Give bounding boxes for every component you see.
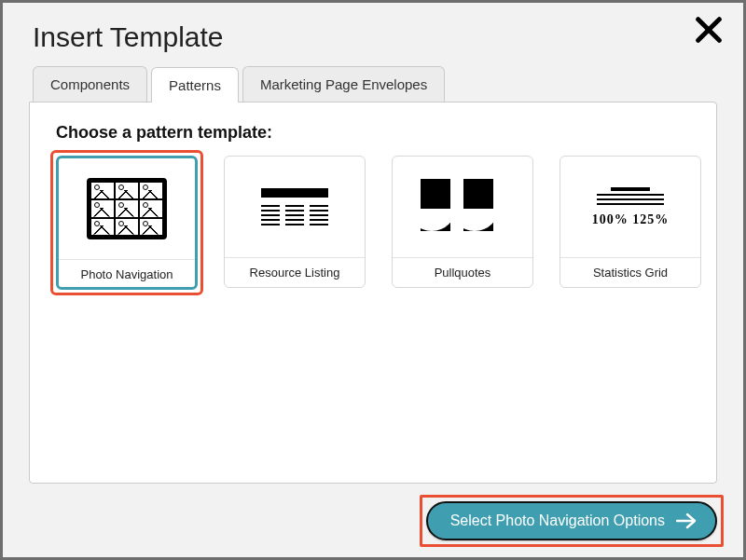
statistics-sample-values: 100% 125% bbox=[587, 212, 675, 227]
pattern-card-statistics-grid[interactable]: 100% 125% Statistics Grid bbox=[560, 156, 701, 288]
tab-bar: Components Patterns Marketing Page Envel… bbox=[33, 66, 717, 102]
pattern-card-resource-listing[interactable]: Resource Listing bbox=[224, 156, 366, 288]
tab-marketing-envelopes[interactable]: Marketing Page Envelopes bbox=[242, 66, 445, 102]
statistics-grid-icon: 100% 125% bbox=[560, 157, 700, 257]
tab-components[interactable]: Components bbox=[33, 66, 147, 102]
pattern-card-photo-navigation[interactable]: Photo Navigation bbox=[56, 156, 198, 290]
pattern-grid: Photo Navigation bbox=[56, 156, 690, 290]
dialog-title: Insert Template bbox=[33, 21, 717, 53]
close-button[interactable] bbox=[693, 14, 725, 46]
resource-listing-icon bbox=[225, 157, 365, 257]
panel-heading: Choose a pattern template: bbox=[56, 123, 690, 143]
pattern-card-pullquotes[interactable]: Pullquotes bbox=[392, 156, 533, 288]
insert-template-dialog: Insert Template Components Patterns Mark… bbox=[3, 3, 743, 557]
select-options-label: Select Photo Navigation Options bbox=[450, 512, 665, 529]
pattern-card-label: Photo Navigation bbox=[59, 259, 195, 287]
pattern-card-label: Resource Listing bbox=[225, 257, 365, 287]
pattern-pullquotes-wrap: Pullquotes bbox=[392, 156, 533, 290]
pattern-photo-navigation-wrap: Photo Navigation bbox=[56, 156, 198, 290]
pattern-statistics-grid-wrap: 100% 125% Statistics Grid bbox=[560, 156, 701, 290]
pattern-card-label: Statistics Grid bbox=[560, 257, 700, 287]
pattern-resource-listing-wrap: Resource Listing bbox=[224, 156, 366, 290]
pullquotes-icon bbox=[393, 157, 532, 257]
select-options-button[interactable]: Select Photo Navigation Options bbox=[426, 501, 717, 540]
tab-patterns[interactable]: Patterns bbox=[151, 67, 239, 102]
close-icon bbox=[693, 14, 725, 46]
pattern-card-label: Pullquotes bbox=[393, 257, 532, 287]
patterns-panel: Choose a pattern template: Photo Navigat… bbox=[29, 102, 717, 484]
action-button-wrap: Select Photo Navigation Options bbox=[426, 501, 717, 540]
photo-navigation-icon bbox=[59, 158, 195, 259]
arrow-right-icon bbox=[676, 512, 697, 529]
